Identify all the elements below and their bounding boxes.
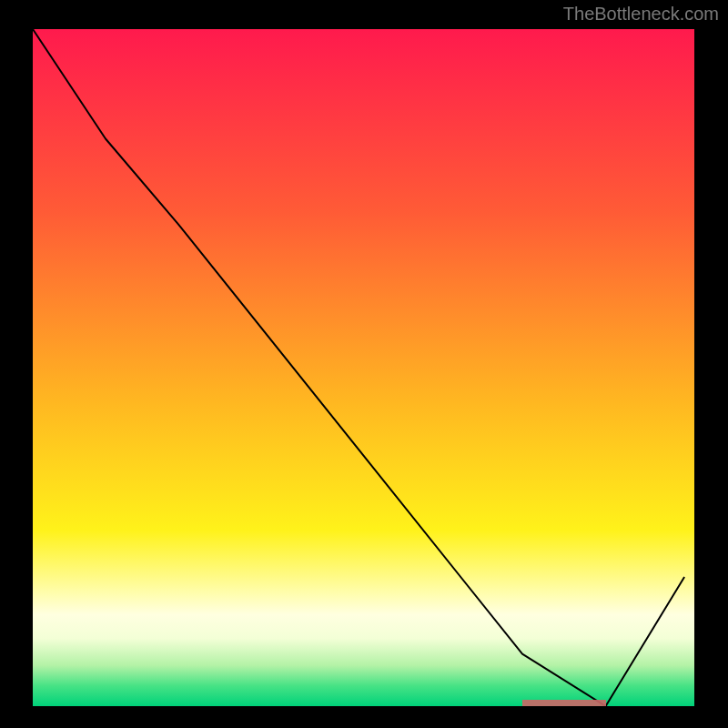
attribution-text: TheBottleneck.com: [563, 4, 719, 25]
gradient-background: [33, 29, 694, 706]
resolution-marker: [522, 700, 606, 706]
bottleneck-plot: [33, 29, 704, 706]
plot-svg: [33, 29, 704, 706]
right-mask: [694, 29, 704, 706]
chart-page: TheBottleneck.com: [0, 0, 728, 728]
